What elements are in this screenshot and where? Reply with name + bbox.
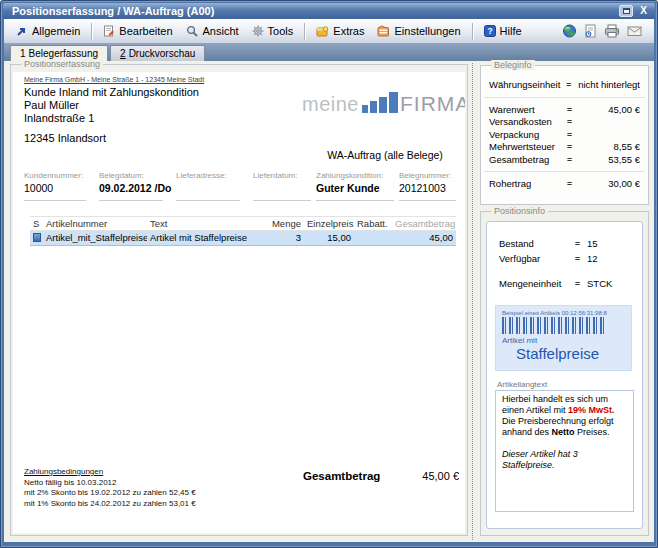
equals-sign: = [575, 239, 587, 249]
beleginfo-row-mehrwertsteuer: Mehrwertsteuer = 8,55 € [481, 141, 648, 154]
payment-terms-line: Netto fällig bis 10.03.2012 [24, 478, 196, 489]
window-title: Positionserfassung / WA-Auftrag (A00) [12, 5, 619, 17]
positionsinfo-row-bestand: Bestand = 15 [487, 238, 642, 253]
positionsinfo-group-label: Positionsinfo [491, 206, 548, 216]
equals-sign: = [567, 130, 579, 140]
beleginfo-row-warenwert: Warenwert = 45,00 € [481, 104, 648, 117]
menu-separator [472, 23, 473, 40]
magnifier-icon [186, 25, 199, 37]
menu-separator [304, 23, 305, 40]
field-lieferadresse[interactable]: Lieferadresse: [176, 171, 240, 201]
payment-terms-heading: Zahlungsbedingungen [24, 467, 196, 478]
recipient-line: Kunde Inland mit Zahlungskondition [24, 86, 199, 99]
artikellangtext-label: Artikellangtext [497, 380, 634, 389]
menu-item-hilfe[interactable]: ? Hilfe [478, 23, 528, 39]
field-lieferdatum[interactable]: Lieferdatum: [253, 171, 311, 201]
payment-terms-line: mit 1% Skonto bis 24.02.2012 zu zahlen 5… [24, 499, 196, 510]
sender-address-line: Meine Firma GmbH - Meine Straße 1 - 1234… [24, 76, 204, 83]
document-preview: Meine Firma GmbH - Meine Straße 1 - 1234… [13, 72, 465, 533]
article-image-line1: Artikel mit [502, 336, 625, 345]
beleginfo-row-waehrungseinheit: Währungseinheit = nicht hinterlegt [481, 79, 648, 92]
panel-splitter[interactable] [472, 63, 475, 540]
recipient-line: Inlandstraße 1 [24, 112, 199, 125]
artikellangtext-line3: Dieser Artikel hat 3 Staffelpreise. [502, 449, 627, 471]
recipient-address: Kunde Inland mit Zahlungskondition Paul … [24, 86, 199, 125]
total-label: Gesamtbetrag [303, 470, 380, 482]
toolbar-right [562, 24, 648, 38]
positionsinfo-panel: Bestand = 15 Verfügbar = 12 Mengeneinhei… [486, 221, 643, 529]
barcode-icon [502, 317, 606, 334]
column-header-text: Text [147, 217, 265, 230]
artikellangtext-group: Artikellangtext Hierbei handelt es sich … [495, 380, 634, 512]
window-controls: X [619, 5, 650, 17]
menu-item-extras[interactable]: Extras [310, 23, 370, 39]
company-logo: meine FIRMA [302, 92, 465, 113]
menu-item-ansicht[interactable]: Ansicht [180, 23, 245, 39]
beleginfo-group-label: Beleginfo [491, 60, 535, 70]
svg-text:?: ? [487, 26, 492, 36]
article-image-caption: Beispiel eines Artikels 00:12:56:31:98:8 [502, 310, 625, 316]
position-type-icon [30, 231, 43, 245]
content-area: Positionserfassung Meine Firma GmbH - Me… [4, 61, 654, 542]
menubar: Allgemein Bearbeiten Ansicht Tools Extra… [4, 19, 654, 44]
beleginfo-group: Beleginfo Währungseinheit = nicht hinter… [480, 65, 649, 205]
column-header-menge: Menge [265, 217, 304, 230]
field-belegnummer[interactable]: Belegnummer: 20121003 [399, 171, 456, 201]
field-zahlungskondition[interactable]: Zahlungskondition: Guter Kunde [316, 171, 394, 201]
positions-table: S Artikelnummer Text Menge Einzelpreis R… [30, 216, 456, 246]
document-icon[interactable] [584, 24, 597, 38]
artikellangtext-line2: Die Preisberechnung erfolgt anhand des N… [502, 416, 627, 438]
settings-icon [377, 25, 390, 37]
menu-item-bearbeiten[interactable]: Bearbeiten [97, 23, 178, 39]
equals-sign: = [567, 179, 579, 189]
column-header-s: S [30, 217, 43, 230]
field-kundennummer[interactable]: Kundennummer: 10000 [24, 171, 86, 201]
restore-window-icon[interactable] [619, 5, 633, 17]
logo-text-meine: meine [302, 95, 359, 113]
beleginfo-row-gesamtbetrag: Gesamtbetrag = 53,55 € [481, 154, 648, 167]
recipient-city: 12345 Inlandsort [24, 132, 106, 144]
document-type-title: WA-Auftrag (alle Belege) [311, 149, 459, 161]
close-icon[interactable]: X [637, 5, 650, 17]
arrow-up-right-icon [16, 26, 28, 37]
help-icon: ? [484, 25, 496, 37]
payment-terms: Zahlungsbedingungen Netto fällig bis 10.… [24, 467, 196, 509]
equals-sign: = [567, 155, 579, 165]
equals-sign: = [567, 117, 579, 127]
gear-icon [252, 25, 264, 37]
tab-druckvorschau[interactable]: 2 Druckvorschau [110, 45, 205, 61]
column-header-einzelpreis: Einzelpreis [304, 217, 354, 230]
beleginfo-row-versandkosten: Versandkosten = [481, 116, 648, 129]
printer-icon[interactable] [604, 24, 620, 38]
total-value: 45,00 € [422, 470, 459, 482]
menu-separator [91, 23, 92, 40]
extras-box-icon [316, 25, 329, 37]
tab-belegerfassung[interactable]: 1 Belegerfassung [10, 45, 108, 61]
equals-sign: = [567, 142, 579, 152]
field-belegdatum[interactable]: Belegdatum: 09.02.2012 /Do [99, 171, 163, 201]
document-total: Gesamtbetrag 45,00 € [303, 470, 459, 482]
titlebar: Positionserfassung / WA-Auftrag (A00) X [3, 3, 655, 19]
app-window: Positionserfassung / WA-Auftrag (A00) X … [0, 0, 658, 548]
column-header-artikelnummer: Artikelnummer [43, 217, 147, 230]
artikellangtext-box: Hierbei handelt es sich um einen Artikel… [495, 390, 634, 512]
divider [484, 97, 645, 98]
menu-item-allgemein[interactable]: Allgemein [10, 23, 86, 39]
equals-sign: = [575, 279, 587, 289]
article-image: Beispiel eines Artikels 00:12:56:31:98:8… [495, 305, 632, 371]
edit-note-icon [103, 25, 115, 37]
equals-sign: = [575, 254, 587, 264]
payment-terms-line: mit 2% Skonto bis 19.02.2012 zu zahlen 5… [24, 488, 196, 499]
table-row[interactable]: Artikel_mit_Staffelpreise Artikel mit St… [30, 231, 456, 246]
column-header-rabatt: Rabatt. [354, 217, 392, 230]
divider [484, 171, 645, 172]
tabstrip: 1 Belegerfassung 2 Druckvorschau [4, 44, 654, 61]
column-header-gesamtbetrag: Gesamtbetrag [392, 217, 456, 230]
menu-item-einstellungen[interactable]: Einstellungen [371, 23, 466, 39]
mail-icon[interactable] [627, 25, 642, 37]
artikellangtext-line1: Hierbei handelt es sich um einen Artikel… [502, 394, 627, 416]
menu-item-tools[interactable]: Tools [246, 23, 300, 39]
logo-bars-icon [362, 92, 398, 113]
globe-icon[interactable] [562, 24, 577, 38]
beleginfo-row-verpackung: Verpackung = [481, 129, 648, 142]
